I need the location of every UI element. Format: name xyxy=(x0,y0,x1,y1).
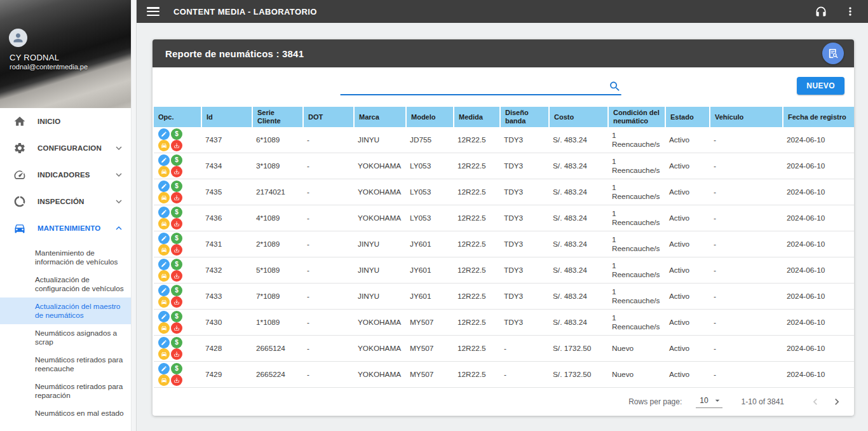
assign-vehicle-button[interactable] xyxy=(158,374,170,386)
submenu-item-neumaticos-reencauche[interactable]: Neumáticos retirados para reencauche xyxy=(0,351,136,378)
edit-button[interactable] xyxy=(158,363,170,374)
cell-id: 7437 xyxy=(201,127,252,153)
cell-serie-cliente: 3*1089 xyxy=(252,153,302,179)
edit-button[interactable] xyxy=(158,233,170,244)
mantenimiento-submenu: Mantenimiento de información de vehículo… xyxy=(0,242,136,423)
search-icon[interactable] xyxy=(609,80,621,93)
assign-vehicle-button[interactable] xyxy=(158,140,170,151)
submenu-item-neumaticos-scrap[interactable]: Neumáticos asignados a scrap xyxy=(0,324,136,351)
assign-vehicle-button[interactable] xyxy=(158,348,170,360)
cell-dot: - xyxy=(302,362,353,388)
cell-vehiculo: - xyxy=(709,179,782,205)
cost-button[interactable]: $ xyxy=(171,259,182,270)
assign-vehicle-button[interactable] xyxy=(158,270,170,282)
download-button[interactable] xyxy=(171,374,182,386)
cost-button[interactable]: $ xyxy=(171,285,182,296)
cost-button[interactable]: $ xyxy=(171,154,182,166)
cell-estado: Activo xyxy=(665,231,709,257)
submenu-item-neumaticos-reparacion[interactable]: Neumáticos retirados para reparación xyxy=(0,378,136,404)
sidebar-item-label: INDICADORES xyxy=(37,171,113,179)
cost-button[interactable]: $ xyxy=(171,207,182,218)
next-page-button[interactable] xyxy=(829,393,845,410)
cost-button[interactable]: $ xyxy=(171,128,182,140)
download-button[interactable] xyxy=(171,244,182,256)
submenu-item-neumaticos-mal-estado[interactable]: Neumáticos en mal estado xyxy=(0,404,136,422)
submenu-item-actualizacion-configuracion[interactable]: Actualización de configuración de vehícu… xyxy=(0,271,136,298)
edit-button[interactable] xyxy=(158,181,170,192)
chevron-left-icon xyxy=(809,395,822,408)
dollar-icon: $ xyxy=(175,366,179,372)
cell-fecha-registro: 2024-06-10 xyxy=(782,179,854,205)
cost-button[interactable]: $ xyxy=(171,363,182,374)
card-header: Reporte de neumáticos : 3841 xyxy=(153,39,854,67)
report-search-button[interactable] xyxy=(822,43,844,64)
cell-fecha-registro: 2024-06-10 xyxy=(782,231,854,257)
sidebar-item-inspeccion[interactable]: INSPECCIÓN xyxy=(0,188,136,215)
car-icon xyxy=(161,247,167,253)
cell-actions: $ xyxy=(154,179,201,205)
gear-icon xyxy=(13,141,27,155)
cell-condicion: 1 Reencauche/s xyxy=(607,153,665,179)
edit-icon xyxy=(161,235,167,242)
assign-vehicle-button[interactable] xyxy=(158,244,170,256)
cell-serie-cliente: 2665224 xyxy=(252,362,302,388)
menu-icon[interactable] xyxy=(147,7,159,16)
page-title: Reporte de neumáticos : 3841 xyxy=(165,48,304,59)
cost-button[interactable]: $ xyxy=(171,311,182,322)
cell-diseno-banda: TDY3 xyxy=(499,127,548,153)
download-button[interactable] xyxy=(171,192,182,203)
cell-dot: - xyxy=(302,153,353,179)
edit-button[interactable] xyxy=(158,128,170,140)
edit-button[interactable] xyxy=(158,311,170,322)
cost-button[interactable]: $ xyxy=(171,337,182,348)
cell-dot: - xyxy=(302,310,353,336)
download-button[interactable] xyxy=(171,270,182,282)
download-icon xyxy=(173,377,180,383)
sidebar-item-mantenimiento[interactable]: MANTENIMIENTO xyxy=(0,215,136,242)
edit-button[interactable] xyxy=(158,337,170,348)
pagination: Rows per page: 10 1-10 of 3841 xyxy=(153,388,854,416)
download-button[interactable] xyxy=(171,218,182,229)
cell-marca: YOKOHAMA xyxy=(353,205,405,231)
download-icon xyxy=(173,195,180,201)
new-button[interactable]: NUEVO xyxy=(797,77,844,95)
download-button[interactable] xyxy=(171,322,182,334)
cell-serie-cliente: 2*1089 xyxy=(252,231,302,257)
cost-button[interactable]: $ xyxy=(171,233,182,244)
kebab-menu-icon[interactable] xyxy=(844,5,857,18)
cell-fecha-registro: 2024-06-10 xyxy=(782,310,854,336)
rows-per-page-select[interactable]: 10 xyxy=(696,395,722,408)
submenu-item-mantenimiento-vehiculos[interactable]: Mantenimiento de información de vehículo… xyxy=(0,244,136,271)
download-button[interactable] xyxy=(171,140,182,151)
cost-button[interactable]: $ xyxy=(171,181,182,192)
prev-page-button[interactable] xyxy=(807,393,824,410)
headset-icon[interactable] xyxy=(815,5,827,18)
edit-button[interactable] xyxy=(158,285,170,296)
cell-dot: - xyxy=(302,127,353,153)
cell-actions: $ xyxy=(154,284,201,310)
edit-button[interactable] xyxy=(158,154,170,166)
edit-icon xyxy=(161,261,167,268)
chevron-right-icon xyxy=(831,395,843,408)
edit-button[interactable] xyxy=(158,259,170,270)
search-input[interactable] xyxy=(341,78,609,93)
cell-estado: Activo xyxy=(665,205,709,231)
assign-vehicle-button[interactable] xyxy=(158,166,170,177)
sidebar-item-indicadores[interactable]: INDICADORES xyxy=(0,161,136,188)
assign-vehicle-button[interactable] xyxy=(158,192,170,203)
sidebar-item-inicio[interactable]: INICIO xyxy=(0,108,136,135)
cell-actions: $ xyxy=(154,153,201,179)
submenu-item-actualizacion-maestro-neumaticos[interactable]: Actualización del maestro de neumáticos xyxy=(0,298,136,324)
gauge-icon xyxy=(13,195,27,209)
download-button[interactable] xyxy=(171,348,182,360)
cell-condicion: 1 Reencauche/s xyxy=(607,284,665,310)
sidebar-item-configuracion[interactable]: CONFIGURACION xyxy=(0,135,136,161)
assign-vehicle-button[interactable] xyxy=(158,218,170,229)
download-button[interactable] xyxy=(171,296,182,308)
edit-button[interactable] xyxy=(158,207,170,218)
content-area: Reporte de neumáticos : 3841 xyxy=(137,23,868,431)
download-button[interactable] xyxy=(171,166,182,177)
assign-vehicle-button[interactable] xyxy=(158,322,170,334)
assign-vehicle-button[interactable] xyxy=(158,296,170,308)
column-header-fecha-registro: Fecha de registro xyxy=(782,107,854,127)
